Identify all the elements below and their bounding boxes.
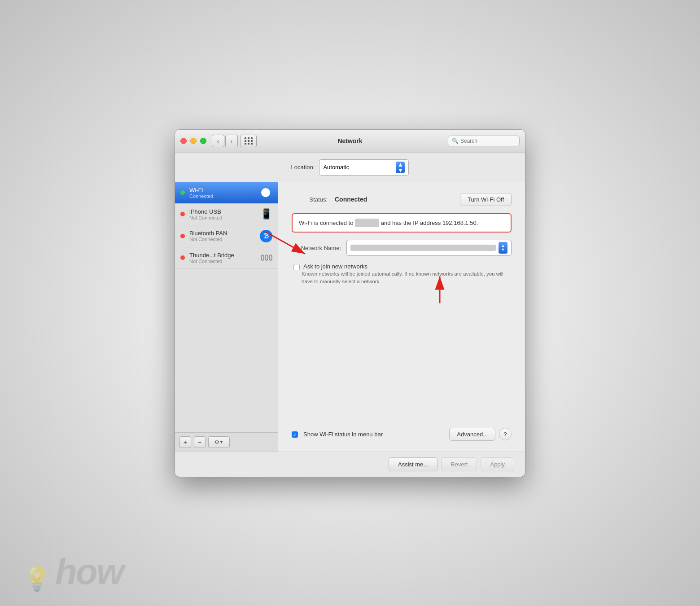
ask-join-checkbox[interactable]	[293, 264, 300, 270]
sidebar-item-bluetooth-name: Bluetooth PAN	[189, 230, 255, 237]
location-select[interactable]: Automatic ▲ ▼	[319, 159, 409, 176]
status-dot-thunderbolt	[180, 255, 185, 260]
ask-join-help-text: Known networks will be joined automatica…	[302, 270, 512, 286]
apply-button[interactable]: Apply	[481, 457, 514, 471]
main-content: Wi-Fi Connected	[175, 182, 525, 452]
sidebar-item-bluetooth-status: Not Connected	[189, 237, 255, 242]
help-button[interactable]: ?	[499, 428, 512, 440]
forward-button[interactable]: ›	[225, 135, 238, 147]
close-button[interactable]	[180, 138, 187, 144]
status-row: Status: Connected Turn Wi-Fi Off	[292, 193, 512, 206]
status-dot-connected	[180, 190, 185, 195]
revert-button[interactable]: Revert	[441, 457, 477, 471]
wifi-icon	[259, 187, 272, 198]
sidebar-toolbar: + − ⚙ ▼	[175, 432, 278, 452]
info-text-post: and has the IP address 192.168.1.50.	[381, 220, 478, 226]
info-text-pre: Wi-Fi is connected to	[299, 220, 353, 226]
network-name-stepper[interactable]: ▲ ▼	[499, 242, 508, 254]
bluetooth-icon: ℬ	[260, 230, 272, 242]
status-label: Status:	[292, 196, 328, 203]
sidebar-item-wifi-name: Wi-Fi	[189, 187, 254, 193]
network-ssid-blurred	[355, 219, 379, 228]
wifi-info-box: Wi-Fi is connected to and has the IP add…	[292, 213, 512, 233]
location-bar: Location: Automatic ▲ ▼	[175, 153, 525, 182]
sidebar-item-thunderbolt[interactable]: Thunde...t Bridge Not Connected	[175, 247, 278, 269]
titlebar: ‹ › Network 🔍	[175, 130, 525, 153]
sidebar-item-thunderbolt-name: Thunde...t Bridge	[189, 252, 256, 259]
status-dot-iphone	[180, 212, 185, 216]
advanced-button[interactable]: Advanced...	[449, 428, 495, 441]
thunderbolt-icon	[261, 255, 272, 261]
sidebar-item-iphone-name: iPhone USB	[189, 208, 256, 215]
status-dot-bluetooth	[180, 234, 185, 238]
sidebar-item-wifi-info: Wi-Fi Connected	[189, 187, 254, 199]
network-name-blurred	[350, 245, 496, 251]
sidebar-item-iphone-info: iPhone USB Not Connected	[189, 208, 256, 220]
show-wifi-row: Show Wi-Fi status in menu bar Advanced..…	[292, 428, 512, 441]
sidebar-item-iphone-usb[interactable]: iPhone USB Not Connected 📱	[175, 204, 278, 225]
nav-buttons: ‹ ›	[212, 135, 238, 147]
window-title: Network	[337, 137, 362, 145]
remove-network-button[interactable]: −	[194, 436, 206, 448]
gear-icon: ⚙	[214, 439, 219, 445]
location-value: Automatic	[323, 164, 396, 171]
show-wifi-label: Show Wi-Fi status in menu bar	[303, 431, 383, 438]
lightbulb-icon: 💡	[22, 565, 52, 593]
search-box[interactable]: 🔍	[448, 136, 520, 146]
maximize-button[interactable]	[200, 138, 206, 144]
settings-button[interactable]: ⚙ ▼	[208, 436, 230, 448]
location-stepper[interactable]: ▲ ▼	[396, 162, 405, 173]
sidebar-item-wifi[interactable]: Wi-Fi Connected	[175, 182, 278, 204]
network-name-select[interactable]: ▲ ▼	[346, 240, 512, 256]
add-network-button[interactable]: +	[179, 436, 191, 448]
network-name-row: Network Name: ▲ ▼	[292, 240, 512, 256]
sidebar-item-thunderbolt-info: Thunde...t Bridge Not Connected	[189, 252, 256, 264]
show-wifi-checkbox[interactable]	[292, 431, 298, 438]
search-icon: 🔍	[452, 138, 459, 144]
iphone-icon: 📱	[260, 208, 272, 220]
assist-me-button[interactable]: Assist me...	[389, 457, 438, 471]
sidebar-item-thunderbolt-status: Not Connected	[189, 259, 256, 264]
ask-join-label: Ask to join new networks	[303, 263, 368, 270]
back-button[interactable]: ‹	[212, 135, 224, 147]
bottom-buttons: Assist me... Revert Apply	[175, 452, 525, 477]
grid-view-button[interactable]	[241, 135, 257, 147]
sidebar-item-iphone-status: Not Connected	[189, 215, 256, 220]
watermark-text: how	[55, 551, 123, 593]
sidebar-list: Wi-Fi Connected	[175, 182, 278, 432]
minimize-button[interactable]	[190, 138, 197, 144]
ask-join-row: Ask to join new networks	[292, 263, 512, 270]
location-label: Location:	[291, 164, 315, 171]
settings-chevron-icon: ▼	[219, 440, 223, 444]
sidebar: Wi-Fi Connected	[175, 182, 278, 452]
traffic-lights	[180, 138, 206, 144]
turn-wifi-off-button[interactable]: Turn Wi-Fi Off	[460, 193, 512, 206]
search-input[interactable]	[460, 138, 516, 144]
sidebar-item-bluetooth[interactable]: Bluetooth PAN Not Connected ℬ	[175, 225, 278, 247]
grid-icon	[245, 137, 253, 145]
network-name-label: Network Name:	[292, 245, 341, 251]
detail-panel: Status: Connected Turn Wi-Fi Off Wi-Fi i…	[278, 182, 525, 452]
sidebar-item-wifi-status: Connected	[189, 193, 254, 199]
sidebar-item-bluetooth-info: Bluetooth PAN Not Connected	[189, 230, 255, 242]
ask-join-section: Ask to join new networks Known networks …	[292, 263, 512, 286]
status-value: Connected	[335, 196, 367, 203]
